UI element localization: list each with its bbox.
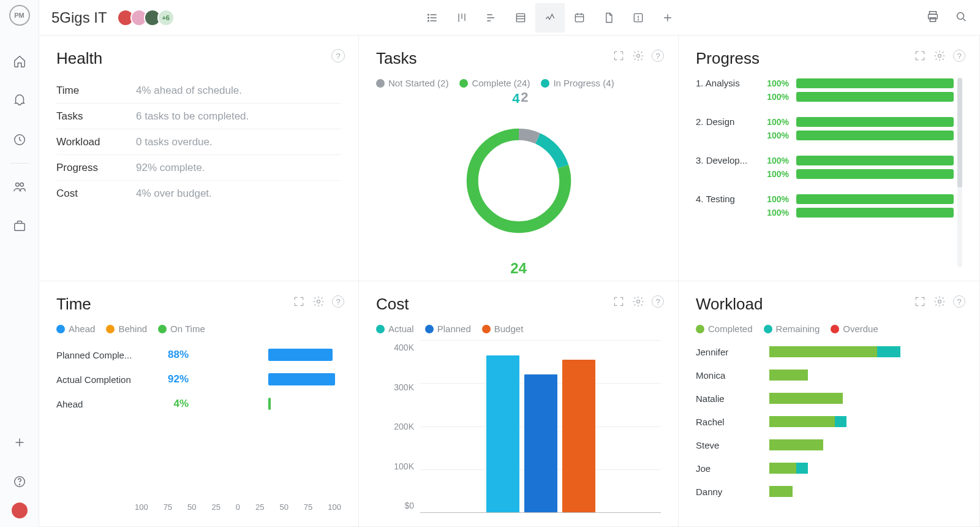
nav-help-icon[interactable] — [9, 471, 31, 493]
help-icon[interactable]: ? — [331, 295, 345, 308]
progress-scrollbar[interactable] — [957, 78, 962, 267]
progress-group: 1. Analysis100%100% — [696, 78, 954, 102]
nav-home-icon[interactable] — [9, 50, 31, 72]
print-icon[interactable] — [926, 10, 940, 26]
user-avatar[interactable] — [10, 501, 29, 520]
card-health: Health ? Time4% ahead of schedule.Tasks6… — [39, 36, 359, 281]
nav-notifications-icon[interactable] — [9, 89, 31, 112]
gear-icon[interactable] — [312, 295, 325, 308]
donut-count-complete: 24 — [510, 260, 527, 277]
legend-item: Behind — [106, 324, 147, 334]
view-board-icon[interactable] — [447, 3, 477, 32]
expand-icon[interactable] — [292, 295, 306, 308]
svg-point-1 — [15, 183, 18, 187]
svg-point-16 — [957, 12, 964, 19]
health-row: Workload0 tasks overdue. — [56, 129, 341, 155]
project-title: 5Gigs IT — [51, 9, 107, 26]
gear-icon[interactable] — [631, 49, 645, 63]
cost-legend: ActualPlannedBudget — [376, 324, 661, 334]
legend-item: Actual — [376, 324, 414, 334]
health-value: 92% complete. — [136, 162, 205, 174]
help-icon[interactable]: ? — [952, 49, 966, 63]
workload-row: Natalie — [696, 387, 962, 410]
nav-portfolio-icon[interactable] — [9, 215, 31, 237]
progress-row: 100% — [696, 208, 954, 218]
svg-point-2 — [20, 183, 23, 187]
view-list-icon[interactable] — [418, 3, 447, 32]
donut-count-inprogress: 4 — [512, 91, 519, 107]
help-icon[interactable]: ? — [331, 49, 345, 63]
card-time: Time ? AheadBehindOn Time Planned Comple… — [39, 281, 359, 527]
cost-bar — [562, 360, 595, 512]
tasks-donut: 4 2 24 — [376, 94, 661, 267]
workload-row: Joe — [696, 457, 962, 480]
gear-icon[interactable] — [631, 295, 645, 308]
gear-icon[interactable] — [933, 295, 946, 308]
progress-group: 3. Develop...100%100% — [696, 155, 954, 179]
cost-yaxis: 400K300K200K100K$0 — [376, 340, 420, 513]
health-row: Time4% ahead of schedule. — [56, 78, 341, 104]
nav-people-icon[interactable] — [9, 176, 31, 198]
svg-point-22 — [317, 300, 320, 303]
tasks-legend: Not Started (2)Complete (24)In Progress … — [376, 78, 661, 88]
svg-rect-10 — [576, 14, 584, 21]
time-legend: AheadBehindOn Time — [56, 324, 341, 334]
expand-icon[interactable] — [612, 49, 625, 63]
progress-group: 2. Design100%100% — [696, 116, 954, 140]
workload-row: Danny — [696, 480, 962, 503]
progress-row: 100% — [696, 131, 954, 140]
legend-item: Ahead — [56, 324, 95, 334]
health-key: Progress — [56, 162, 136, 174]
help-icon[interactable]: ? — [651, 49, 665, 63]
member-avatars[interactable]: +6 — [121, 9, 175, 26]
legend-item: Remaining — [764, 324, 820, 334]
legend-item: In Progress (4) — [541, 78, 614, 88]
health-row: Tasks6 tasks to be completed. — [56, 104, 341, 129]
legend-item: Planned — [425, 324, 471, 334]
progress-row: 100% — [696, 92, 954, 102]
card-title: Health — [56, 49, 341, 68]
svg-point-24 — [938, 300, 941, 303]
progress-row: 1. Analysis100% — [696, 78, 954, 88]
nav-add-icon[interactable] — [9, 431, 31, 453]
expand-icon[interactable] — [913, 49, 927, 63]
view-risks-icon[interactable] — [624, 3, 653, 32]
progress-row: 4. Testing100% — [696, 194, 954, 204]
legend-item: Complete (24) — [459, 78, 530, 88]
view-gantt-icon[interactable] — [477, 3, 506, 32]
svg-point-12 — [638, 19, 639, 20]
progress-body: 1. Analysis100%100%2. Design100%100%3. D… — [696, 78, 962, 267]
legend-item: Overdue — [831, 324, 878, 334]
help-icon[interactable]: ? — [651, 295, 665, 308]
cost-bar — [486, 355, 519, 512]
search-icon[interactable] — [954, 10, 968, 26]
svg-point-5 — [19, 484, 20, 485]
help-icon[interactable]: ? — [952, 295, 966, 308]
gear-icon[interactable] — [933, 49, 946, 63]
avatar-more[interactable]: +6 — [157, 9, 175, 26]
expand-icon[interactable] — [612, 295, 625, 308]
view-add-icon[interactable] — [653, 3, 682, 32]
app-logo[interactable]: PM — [9, 5, 30, 26]
health-key: Tasks — [56, 110, 136, 123]
svg-rect-3 — [14, 223, 24, 230]
nav-recent-icon[interactable] — [9, 129, 31, 151]
dashboard-grid: Health ? Time4% ahead of schedule.Tasks6… — [39, 36, 980, 527]
view-files-icon[interactable] — [594, 3, 624, 32]
legend-item: On Time — [158, 324, 205, 334]
view-switcher — [186, 3, 915, 32]
topbar: 5Gigs IT +6 — [39, 0, 980, 36]
svg-point-21 — [938, 55, 941, 58]
health-key: Workload — [56, 136, 136, 148]
health-value: 0 tasks overdue. — [136, 136, 213, 148]
svg-point-7 — [428, 17, 429, 18]
expand-icon[interactable] — [913, 295, 927, 308]
health-row: Cost4% over budget. — [56, 181, 341, 207]
health-key: Cost — [56, 188, 136, 200]
time-axis: 1007550250255075100 — [56, 502, 341, 513]
view-sheet-icon[interactable] — [506, 3, 535, 32]
view-dashboard-icon[interactable] — [535, 3, 565, 32]
view-calendar-icon[interactable] — [565, 3, 594, 32]
legend-item: Completed — [696, 324, 753, 334]
workload-legend: CompletedRemainingOverdue — [696, 324, 962, 334]
